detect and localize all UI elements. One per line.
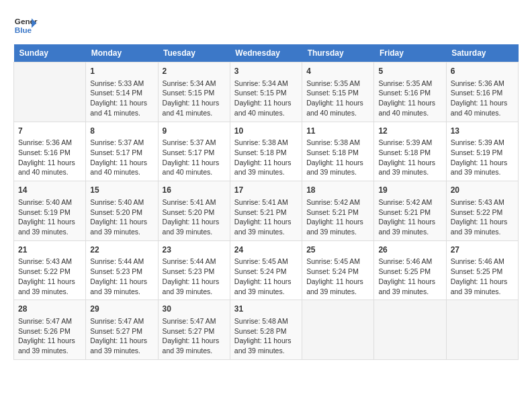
cell-content: Sunset: 5:21 PM	[234, 208, 298, 218]
cell-content: Sunrise: 5:36 AM	[451, 79, 514, 89]
calendar-cell	[302, 300, 374, 360]
calendar-week-row: 21Sunrise: 5:43 AMSunset: 5:22 PMDayligh…	[14, 240, 519, 300]
cell-content: Sunrise: 5:45 AM	[234, 257, 298, 267]
column-header-monday: Monday	[86, 44, 158, 62]
calendar-week-row: 14Sunrise: 5:40 AMSunset: 5:19 PMDayligh…	[14, 181, 519, 241]
day-number: 28	[18, 304, 81, 315]
cell-content: Sunset: 5:16 PM	[18, 148, 81, 158]
calendar-cell: 7Sunrise: 5:36 AMSunset: 5:16 PMDaylight…	[14, 122, 86, 181]
cell-content: Daylight: 11 hours and 39 minutes.	[234, 336, 298, 355]
cell-content: Sunrise: 5:45 AM	[306, 257, 369, 267]
cell-content: Daylight: 11 hours and 39 minutes.	[18, 217, 81, 236]
cell-content: Sunrise: 5:33 AM	[90, 79, 153, 89]
calendar-cell: 24Sunrise: 5:45 AMSunset: 5:24 PMDayligh…	[230, 240, 302, 300]
day-number: 9	[163, 126, 226, 137]
cell-content: Sunset: 5:17 PM	[163, 148, 226, 158]
day-number: 10	[234, 126, 298, 137]
day-number: 4	[306, 66, 369, 77]
cell-content: Sunrise: 5:47 AM	[18, 316, 81, 326]
day-number: 24	[234, 244, 298, 256]
calendar-cell: 25Sunrise: 5:45 AMSunset: 5:24 PMDayligh…	[302, 240, 374, 300]
day-number: 21	[18, 244, 81, 256]
cell-content: Sunset: 5:19 PM	[18, 208, 81, 218]
calendar-cell: 20Sunrise: 5:43 AMSunset: 5:22 PMDayligh…	[446, 181, 518, 241]
calendar-cell: 29Sunrise: 5:47 AMSunset: 5:27 PMDayligh…	[86, 300, 158, 360]
cell-content: Daylight: 11 hours and 39 minutes.	[18, 336, 81, 355]
header: General Blue	[13, 13, 519, 38]
cell-content: Daylight: 11 hours and 39 minutes.	[306, 277, 369, 296]
calendar-cell	[14, 62, 86, 122]
calendar-cell: 4Sunrise: 5:35 AMSunset: 5:15 PMDaylight…	[302, 62, 374, 122]
day-number: 19	[378, 185, 441, 196]
cell-content: Daylight: 11 hours and 41 minutes.	[90, 98, 153, 118]
calendar-cell: 19Sunrise: 5:42 AMSunset: 5:21 PMDayligh…	[374, 181, 446, 241]
column-header-sunday: Sunday	[14, 44, 86, 62]
day-number: 17	[234, 185, 298, 196]
calendar-cell: 5Sunrise: 5:35 AMSunset: 5:16 PMDaylight…	[374, 62, 446, 122]
cell-content: Daylight: 11 hours and 39 minutes.	[378, 158, 441, 177]
calendar-cell: 10Sunrise: 5:38 AMSunset: 5:18 PMDayligh…	[230, 122, 302, 181]
calendar-cell: 18Sunrise: 5:42 AMSunset: 5:21 PMDayligh…	[302, 181, 374, 241]
cell-content: Sunrise: 5:42 AM	[378, 197, 441, 208]
cell-content: Sunrise: 5:35 AM	[378, 79, 441, 89]
calendar-cell: 31Sunrise: 5:48 AMSunset: 5:28 PMDayligh…	[230, 300, 302, 360]
day-number: 12	[378, 126, 441, 137]
day-number: 2	[163, 66, 226, 77]
cell-content: Sunrise: 5:37 AM	[163, 138, 226, 148]
column-header-tuesday: Tuesday	[158, 44, 230, 62]
calendar-table: SundayMondayTuesdayWednesdayThursdayFrid…	[13, 44, 519, 360]
cell-content: Sunrise: 5:48 AM	[234, 316, 298, 326]
day-number: 3	[234, 66, 298, 77]
cell-content: Daylight: 11 hours and 39 minutes.	[18, 277, 81, 296]
cell-content: Sunset: 5:23 PM	[163, 267, 226, 277]
day-number: 29	[90, 304, 153, 315]
cell-content: Daylight: 11 hours and 39 minutes.	[234, 277, 298, 296]
cell-content: Sunrise: 5:40 AM	[18, 197, 81, 208]
calendar-cell: 2Sunrise: 5:34 AMSunset: 5:15 PMDaylight…	[158, 62, 230, 122]
cell-content: Sunrise: 5:40 AM	[90, 197, 153, 208]
day-number: 11	[306, 126, 369, 137]
day-number: 13	[451, 126, 514, 137]
cell-content: Sunrise: 5:34 AM	[234, 79, 298, 89]
calendar-week-row: 1Sunrise: 5:33 AMSunset: 5:14 PMDaylight…	[14, 62, 519, 122]
cell-content: Daylight: 11 hours and 39 minutes.	[306, 217, 369, 236]
cell-content: Sunrise: 5:38 AM	[306, 138, 369, 148]
cell-content: Sunrise: 5:44 AM	[163, 257, 226, 267]
day-number: 23	[163, 244, 226, 256]
calendar-cell: 17Sunrise: 5:41 AMSunset: 5:21 PMDayligh…	[230, 181, 302, 241]
calendar-cell: 14Sunrise: 5:40 AMSunset: 5:19 PMDayligh…	[14, 181, 86, 241]
calendar-header-row: SundayMondayTuesdayWednesdayThursdayFrid…	[14, 44, 519, 62]
cell-content: Sunset: 5:18 PM	[306, 148, 369, 158]
cell-content: Sunrise: 5:41 AM	[234, 197, 298, 208]
cell-content: Daylight: 11 hours and 40 minutes.	[451, 98, 514, 118]
cell-content: Sunset: 5:16 PM	[378, 88, 441, 98]
cell-content: Sunset: 5:20 PM	[163, 208, 226, 218]
cell-content: Daylight: 11 hours and 39 minutes.	[451, 217, 514, 236]
cell-content: Sunrise: 5:47 AM	[90, 316, 153, 326]
cell-content: Daylight: 11 hours and 39 minutes.	[90, 217, 153, 236]
calendar-week-row: 28Sunrise: 5:47 AMSunset: 5:26 PMDayligh…	[14, 300, 519, 360]
cell-content: Sunrise: 5:39 AM	[451, 138, 514, 148]
logo-icon: General Blue	[13, 13, 38, 38]
cell-content: Sunrise: 5:36 AM	[18, 138, 81, 148]
day-number: 5	[378, 66, 441, 77]
calendar-cell: 26Sunrise: 5:46 AMSunset: 5:25 PMDayligh…	[374, 240, 446, 300]
calendar-cell: 27Sunrise: 5:46 AMSunset: 5:25 PMDayligh…	[446, 240, 518, 300]
cell-content: Daylight: 11 hours and 39 minutes.	[451, 277, 514, 296]
cell-content: Daylight: 11 hours and 40 minutes.	[90, 158, 153, 177]
cell-content: Daylight: 11 hours and 39 minutes.	[90, 336, 153, 355]
calendar-cell: 12Sunrise: 5:39 AMSunset: 5:18 PMDayligh…	[374, 122, 446, 181]
cell-content: Daylight: 11 hours and 39 minutes.	[163, 217, 226, 236]
cell-content: Daylight: 11 hours and 40 minutes.	[306, 98, 369, 118]
cell-content: Sunrise: 5:34 AM	[163, 79, 226, 89]
calendar-cell: 1Sunrise: 5:33 AMSunset: 5:14 PMDaylight…	[86, 62, 158, 122]
svg-text:Blue: Blue	[15, 26, 32, 34]
calendar-cell	[374, 300, 446, 360]
cell-content: Daylight: 11 hours and 39 minutes.	[378, 217, 441, 236]
calendar-cell	[446, 300, 518, 360]
column-header-saturday: Saturday	[446, 44, 518, 62]
calendar-week-row: 7Sunrise: 5:36 AMSunset: 5:16 PMDaylight…	[14, 122, 519, 181]
cell-content: Daylight: 11 hours and 39 minutes.	[234, 217, 298, 236]
calendar-cell: 23Sunrise: 5:44 AMSunset: 5:23 PMDayligh…	[158, 240, 230, 300]
cell-content: Sunrise: 5:38 AM	[234, 138, 298, 148]
